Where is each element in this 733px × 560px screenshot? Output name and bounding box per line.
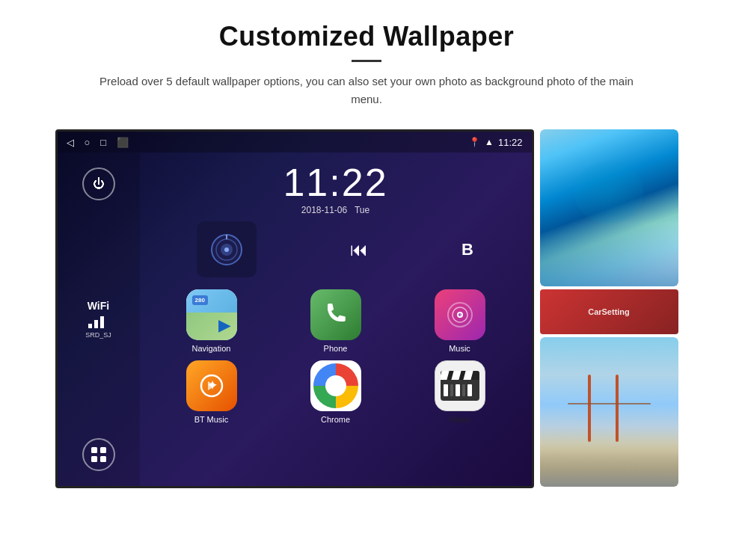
page-header: Customized Wallpaper Preload over 5 defa… <box>0 0 733 116</box>
nav-label: Navigation <box>192 344 231 353</box>
app-bt-music[interactable]: ✦ BT Music <box>153 360 270 424</box>
status-right-icons: 📍 ▲ 11:22 <box>469 137 522 148</box>
power-button[interactable]: ⏻ <box>82 167 115 200</box>
wallpaper-car-setting[interactable]: CarSetting <box>540 289 678 334</box>
chrome-label: Chrome <box>321 415 350 424</box>
wifi-widget: WiFi SRD_SJ <box>85 300 111 339</box>
power-icon: ⏻ <box>93 177 105 191</box>
music-label: Music <box>449 344 470 353</box>
back-icon[interactable]: ◁ <box>67 137 74 148</box>
wallpaper-panel: CarSetting <box>540 129 678 487</box>
svg-rect-1 <box>94 320 98 328</box>
wallpaper-bridge[interactable] <box>540 337 678 487</box>
clock-date: 2018-11-06 Tue <box>146 205 526 215</box>
chrome-icon <box>313 363 358 408</box>
title-divider <box>352 60 381 62</box>
wifi-icon: ▲ <box>485 137 494 147</box>
svg-rect-0 <box>88 324 92 328</box>
screenshot-icon[interactable]: ⬛ <box>117 137 129 148</box>
clock-time: 11:22 <box>146 163 526 202</box>
media-widget <box>197 221 257 277</box>
svg-point-10 <box>224 247 229 252</box>
svg-rect-4 <box>100 447 106 453</box>
svg-rect-3 <box>91 447 97 453</box>
nav-arrow-icon: ▶ <box>218 316 230 334</box>
content-area: ◁ ○ □ ⬛ 📍 ▲ 11:22 ⏻ WiFi <box>0 116 733 488</box>
sidebar: ⏻ WiFi SRD_SJ <box>58 153 140 486</box>
app-phone[interactable]: Phone <box>277 289 394 353</box>
location-icon: 📍 <box>469 137 480 147</box>
status-nav-icons: ◁ ○ □ ⬛ <box>67 137 129 148</box>
page-title: Customized Wallpaper <box>60 21 673 52</box>
svg-rect-2 <box>100 316 104 328</box>
wifi-signal <box>85 313 111 330</box>
phone-label: Phone <box>324 344 348 353</box>
status-bar: ◁ ○ □ ⬛ 📍 ▲ 11:22 <box>58 132 532 153</box>
video-label: Video <box>450 415 470 424</box>
clock-area: 11:22 2018-11-06 Tue <box>146 153 526 221</box>
svg-rect-5 <box>91 456 97 462</box>
media-prev-button[interactable]: ⏮ <box>344 233 374 266</box>
app-music[interactable]: ♪ Music <box>402 289 518 353</box>
svg-text:♪: ♪ <box>458 311 461 319</box>
status-time: 11:22 <box>498 137 523 148</box>
screen-body: ⏻ WiFi SRD_SJ <box>58 153 532 486</box>
apps-button[interactable] <box>82 438 115 471</box>
home-icon[interactable]: ○ <box>85 137 91 148</box>
media-label: B <box>461 240 474 259</box>
app-navigation[interactable]: 280 ▶ Navigation <box>153 289 270 353</box>
nav-badge: 280 <box>192 295 208 305</box>
app-chrome[interactable]: Chrome <box>277 360 394 424</box>
svg-rect-6 <box>100 456 106 462</box>
chrome-center <box>325 375 346 396</box>
page-subtitle: Preload over 5 default wallpaper options… <box>97 73 636 108</box>
app-video[interactable]: Video <box>402 360 518 424</box>
android-screen: ◁ ○ □ ⬛ 📍 ▲ 11:22 ⏻ WiFi <box>55 129 534 488</box>
app-grid: 280 ▶ Navigation Phone <box>146 282 526 431</box>
center-content: 11:22 2018-11-06 Tue <box>140 153 532 486</box>
car-setting-label: CarSetting <box>588 307 630 316</box>
wifi-label: WiFi <box>85 300 111 312</box>
wifi-network-name: SRD_SJ <box>85 331 111 339</box>
wallpaper-ice-cave[interactable] <box>540 129 678 286</box>
bt-music-label: BT Music <box>194 415 229 424</box>
recents-icon[interactable]: □ <box>100 137 106 148</box>
